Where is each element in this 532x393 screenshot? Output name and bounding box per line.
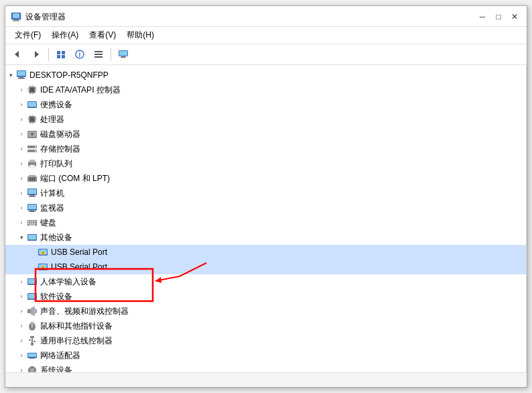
item-label: 磁盘驱动器 [40, 129, 80, 140]
tree-item[interactable]: › 鼠标和其他指针设备 [5, 319, 526, 333]
tree-item[interactable]: › 便携设备 [5, 97, 526, 112]
monitor-button[interactable] [115, 46, 131, 62]
svg-rect-28 [36, 90, 37, 91]
svg-rect-30 [32, 85, 33, 87]
close-button[interactable]: ✕ [508, 10, 521, 23]
svg-rect-7 [62, 51, 65, 54]
tree-item[interactable]: › 网络适配器 [5, 348, 526, 363]
menu-action[interactable]: 操作(A) [48, 28, 82, 42]
node-toggle[interactable]: › [16, 188, 27, 199]
tree-item[interactable]: › 打印队列 [5, 156, 526, 171]
node-toggle[interactable]: › [16, 129, 27, 139]
tree-item[interactable]: ▾ 其他设备 [5, 230, 526, 245]
svg-rect-3 [13, 21, 19, 21]
node-toggle[interactable]: › [16, 217, 27, 228]
root-toggle[interactable]: ▾ [5, 70, 16, 80]
node-toggle[interactable]: › [16, 85, 27, 95]
tree-item[interactable]: › ! USB Serial Port [5, 260, 526, 274]
node-toggle[interactable]: › [16, 276, 27, 287]
toolbar: i [5, 44, 527, 65]
minimize-button[interactable]: ─ [476, 10, 489, 23]
node-toggle[interactable]: › [16, 114, 27, 125]
properties-button[interactable]: i [72, 46, 88, 62]
tree-panel[interactable]: ▾ DESKTOP-R5QNFPP › IDE ATA/ATAPI 控制器 › … [5, 65, 527, 372]
item-label: 系统设备 [40, 365, 72, 373]
svg-rect-64 [30, 195, 34, 196]
item-icon [27, 114, 38, 125]
node-toggle[interactable]: › [16, 173, 27, 184]
node-toggle[interactable]: › [16, 203, 27, 213]
svg-rect-75 [28, 223, 29, 224]
node-toggle[interactable]: › [16, 306, 27, 317]
menu-file[interactable]: 文件(F) [11, 28, 45, 42]
item-label: 存储控制器 [40, 144, 80, 155]
node-toggle[interactable]: › [16, 99, 27, 110]
svg-rect-27 [36, 88, 37, 89]
tree-item[interactable]: › 软件设备 [5, 289, 526, 304]
svg-marker-5 [35, 51, 39, 58]
tree-item[interactable]: › 端口 (COM 和 LPT) [5, 171, 526, 186]
tree-item[interactable]: › 人体学输入设备 [5, 274, 526, 289]
show-icon-button[interactable] [53, 46, 69, 62]
svg-rect-112 [31, 357, 31, 359]
back-button[interactable] [9, 46, 25, 62]
svg-rect-71 [28, 221, 29, 222]
svg-marker-4 [15, 51, 19, 58]
svg-rect-107 [29, 339, 31, 341]
svg-rect-77 [32, 223, 34, 224]
svg-rect-43 [32, 115, 33, 116]
maximize-button[interactable]: □ [492, 10, 505, 23]
svg-rect-9 [62, 55, 65, 58]
svg-rect-113 [33, 357, 34, 359]
svg-rect-110 [28, 353, 36, 357]
svg-rect-79 [29, 225, 36, 226]
svg-rect-29 [30, 85, 31, 87]
tree-item[interactable]: › 键盘 [5, 215, 526, 230]
tree-item[interactable]: › 磁盘驱动器 [5, 127, 526, 142]
svg-rect-26 [27, 90, 29, 91]
toolbar-separator-2 [111, 48, 111, 61]
node-toggle[interactable]: › [16, 158, 27, 169]
item-icon [27, 188, 38, 199]
window-title: 设备管理器 [25, 11, 66, 23]
svg-rect-116 [32, 366, 33, 368]
node-toggle[interactable]: › [16, 291, 27, 302]
tree-root[interactable]: ▾ DESKTOP-R5QNFPP [5, 68, 526, 82]
svg-rect-2 [13, 19, 19, 21]
list-button[interactable] [90, 46, 107, 62]
node-toggle[interactable]: › [16, 321, 27, 331]
svg-rect-111 [29, 358, 35, 359]
svg-rect-42 [30, 115, 31, 116]
node-toggle[interactable]: › [16, 335, 27, 346]
item-label: 软件设备 [40, 291, 72, 302]
tree-item[interactable]: › 处理器 [5, 112, 526, 127]
menu-help[interactable]: 帮助(H) [123, 28, 158, 42]
node-toggle[interactable]: ▾ [16, 232, 27, 243]
svg-rect-14 [94, 56, 103, 58]
node-toggle[interactable]: › [16, 365, 27, 372]
item-label: 其他设备 [40, 232, 72, 243]
tree-item[interactable]: › 通用串行总线控制器 [5, 333, 526, 348]
item-icon: ! [38, 262, 48, 272]
svg-rect-6 [57, 51, 60, 54]
title-bar: 设备管理器 ─ □ ✕ [5, 6, 527, 27]
tree-item[interactable]: › ! USB Serial Port [5, 245, 526, 260]
tree-item[interactable]: › 声音、视频和游戏控制器 [5, 304, 526, 319]
svg-rect-34 [28, 102, 36, 107]
svg-rect-61 [29, 175, 36, 177]
tree-item[interactable]: › 计算机 [5, 186, 526, 201]
tree-item[interactable]: › 存储控制器 [5, 142, 526, 156]
svg-rect-105 [31, 337, 33, 343]
item-label: 打印队列 [40, 158, 72, 170]
forward-button[interactable] [28, 46, 44, 62]
tree-item[interactable]: › 系统设备 [5, 363, 526, 372]
svg-rect-32 [32, 93, 33, 95]
tree-item[interactable]: › 监视器 [5, 201, 526, 215]
node-toggle[interactable]: › [16, 350, 27, 361]
item-icon [27, 144, 38, 154]
svg-rect-22 [18, 78, 25, 79]
node-toggle[interactable]: › [16, 144, 27, 154]
tree-item[interactable]: › IDE ATA/ATAPI 控制器 [5, 82, 526, 97]
svg-rect-72 [30, 221, 31, 222]
menu-view[interactable]: 查看(V) [85, 28, 120, 42]
